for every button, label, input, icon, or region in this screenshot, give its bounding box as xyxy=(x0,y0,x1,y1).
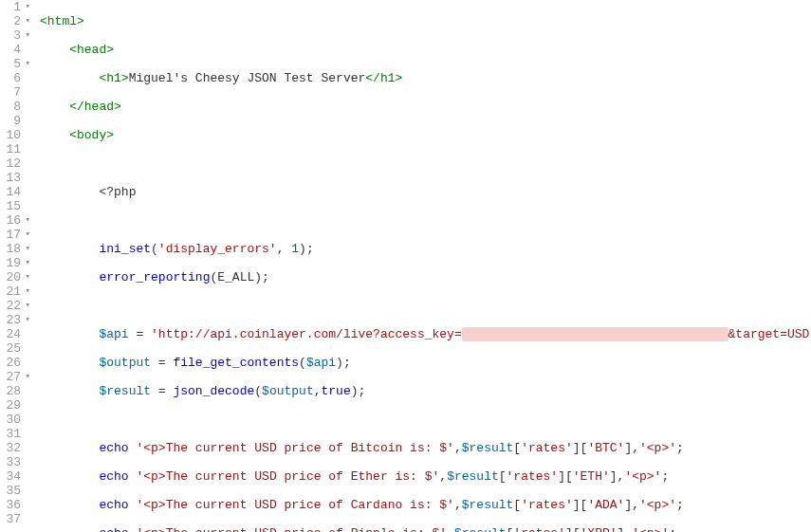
php-variable: $output xyxy=(99,356,151,370)
line-number: 27 xyxy=(0,370,21,384)
line-number: 16 xyxy=(0,213,21,228)
line-number-gutter: 1234567891011121314151617181920212223242… xyxy=(0,0,27,532)
php-variable: $result xyxy=(99,384,151,398)
code-line: </head> xyxy=(40,100,811,114)
line-number: 37 xyxy=(0,512,21,526)
php-number: 1 xyxy=(291,242,299,256)
php-function: json_decode xyxy=(173,384,254,398)
html-tag: </h1> xyxy=(365,71,402,85)
code-line: <body> xyxy=(40,128,811,142)
php-string: &target=USD' xyxy=(728,327,811,341)
php-constant: E_ALL xyxy=(217,270,254,284)
line-number: 9 xyxy=(0,114,21,128)
line-number: 28 xyxy=(0,384,21,398)
line-number: 15 xyxy=(0,199,21,213)
code-line: <html> xyxy=(40,14,811,28)
code-line: echo '<p>The current USD price of Bitcoi… xyxy=(40,441,811,455)
php-function: ini_set xyxy=(99,242,151,256)
line-number: 26 xyxy=(0,356,21,370)
line-number: 11 xyxy=(0,142,21,156)
line-number: 1 xyxy=(0,0,21,14)
code-line xyxy=(40,213,811,228)
line-number: 17 xyxy=(0,228,21,242)
code-line xyxy=(40,156,811,171)
php-variable: $api xyxy=(99,327,128,341)
redacted-api-key: XXXXXXXXXXXXXXXXXXXXXXXXXXXXXXXXXXXX xyxy=(462,327,728,341)
code-line: <head> xyxy=(40,43,811,57)
html-tag: <h1> xyxy=(99,71,128,85)
php-open: <?php xyxy=(99,185,136,199)
html-text: Miguel's Cheesy JSON Test Server xyxy=(129,71,366,85)
line-number: 8 xyxy=(0,100,21,114)
line-number: 35 xyxy=(0,484,21,498)
line-number: 5 xyxy=(0,57,21,71)
code-line: echo '<p>The current USD price of Ether … xyxy=(40,469,811,484)
line-number: 14 xyxy=(0,185,21,199)
html-tag: <body> xyxy=(69,128,114,142)
line-number: 13 xyxy=(0,171,21,185)
line-number: 4 xyxy=(0,43,21,57)
line-number: 19 xyxy=(0,256,21,270)
line-number: 3 xyxy=(0,28,21,43)
html-tag: </head> xyxy=(69,100,121,114)
php-function: file_get_contents xyxy=(173,356,299,370)
line-number: 36 xyxy=(0,498,21,512)
php-keyword: echo xyxy=(99,441,128,455)
line-number: 6 xyxy=(0,71,21,85)
line-number: 29 xyxy=(0,398,21,413)
line-number: 20 xyxy=(0,270,21,284)
line-number: 7 xyxy=(0,85,21,100)
code-line: <?php xyxy=(40,185,811,199)
code-line: $api = 'http://api.coinlayer.com/live?ac… xyxy=(40,327,811,341)
code-editor-content[interactable]: <html> <head> <h1>Miguel's Cheesy JSON T… xyxy=(27,0,811,532)
code-line xyxy=(40,413,811,427)
line-number: 21 xyxy=(0,284,21,299)
line-number: 34 xyxy=(0,469,21,484)
code-line: echo '<p>The current USD price of Ripple… xyxy=(40,526,811,532)
code-line: echo '<p>The current USD price of Cardan… xyxy=(40,498,811,512)
line-number: 22 xyxy=(0,299,21,313)
line-number: 10 xyxy=(0,128,21,142)
code-line: $result = json_decode($output,true); xyxy=(40,384,811,398)
php-string: 'display_errors' xyxy=(158,242,277,256)
line-number: 30 xyxy=(0,413,21,427)
code-line: ini_set('display_errors', 1); xyxy=(40,242,811,256)
line-number: 24 xyxy=(0,327,21,341)
html-tag: <head> xyxy=(69,43,114,57)
php-function: error_reporting xyxy=(99,270,210,284)
line-number: 2 xyxy=(0,14,21,28)
line-number: 25 xyxy=(0,341,21,356)
line-number: 33 xyxy=(0,455,21,469)
code-line: <h1>Miguel's Cheesy JSON Test Server</h1… xyxy=(40,71,811,85)
line-number: 32 xyxy=(0,441,21,455)
line-number: 23 xyxy=(0,313,21,327)
code-line xyxy=(40,299,811,313)
code-line: $output = file_get_contents($api); xyxy=(40,356,811,370)
line-number: 18 xyxy=(0,242,21,256)
line-number: 12 xyxy=(0,156,21,171)
php-string: 'http://api.coinlayer.com/live?access_ke… xyxy=(151,327,462,341)
html-tag: <html> xyxy=(40,14,84,28)
line-number: 31 xyxy=(0,427,21,441)
code-line: error_reporting(E_ALL); xyxy=(40,270,811,284)
